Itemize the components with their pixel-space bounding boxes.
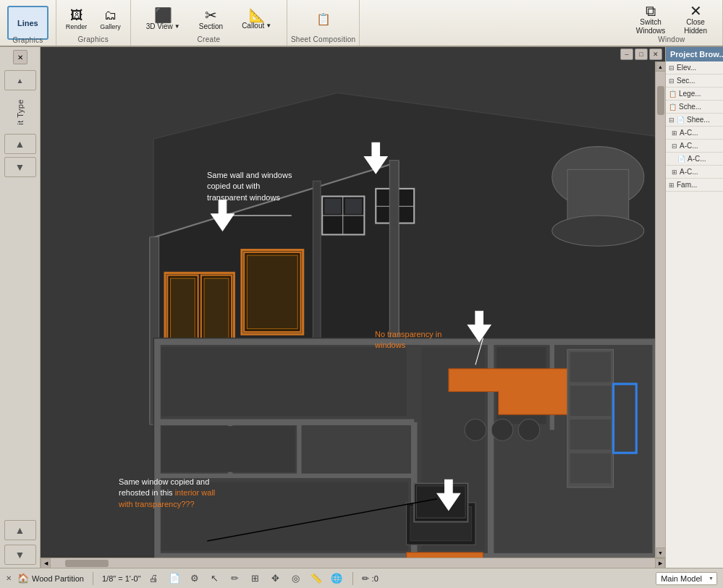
status-icon-edit[interactable]: ✏ (228, 571, 242, 586)
switch-windows-icon: ⧉ (646, 4, 656, 18)
status-divider-1 (93, 572, 93, 585)
annotation-2-text: No transparency in windows (375, 330, 441, 349)
scroll-right-button[interactable]: ▶ (655, 558, 665, 568)
project-browser-item-elev[interactable]: ⊟ Elev... (666, 61, 723, 74)
status-icon-file[interactable]: 📄 (167, 571, 182, 586)
status-model-dropdown[interactable]: Main Model (656, 572, 717, 585)
left-panel-up2-arrow[interactable]: ▲ (4, 134, 36, 154)
expand-fam-icon: ⊞ (669, 182, 675, 189)
scroll-down-button[interactable]: ▼ (656, 547, 666, 558)
expand-ac1-icon: ⊞ (672, 129, 677, 137)
project-browser-item-ac1[interactable]: ⊞ A-C... (666, 127, 723, 140)
left-panel-down-arrow[interactable]: ▼ (4, 157, 36, 177)
project-browser-item-ac4[interactable]: ⊞ A-C... (666, 166, 723, 179)
ribbon-group-label-graphics: Graphics (12, 36, 43, 44)
status-icon-cursor[interactable]: ↖ (208, 571, 222, 586)
fam-label: Fam... (677, 181, 697, 189)
project-browser-item-sec[interactable]: ⊟ Sec... (666, 74, 723, 88)
status-icon-measure[interactable]: 📏 (309, 571, 324, 586)
project-browser-item-ac3[interactable]: 📄 A-C... (666, 153, 723, 166)
sec-label: Sec... (677, 77, 695, 85)
ribbon-group-create: ⬛ 3D View ▼ ✂ Section 📐 Callout ▼ Create (131, 0, 287, 46)
ac3-icon: 📄 (677, 155, 685, 163)
gallery-icon: 🗂 (104, 9, 117, 22)
windows-group-label: Window (658, 35, 685, 43)
status-icon-snap[interactable]: ◎ (289, 571, 303, 586)
status-model-label: Main Model (661, 574, 702, 583)
lege-icon: 📋 (669, 90, 677, 98)
shee-icon: 📄 (677, 116, 685, 124)
horizontal-scrollbar[interactable]: ◀ ▶ (41, 558, 665, 568)
ac4-label: A-C... (680, 168, 698, 176)
scroll-left-button[interactable]: ◀ (41, 558, 51, 568)
switch-windows-label: SwitchWindows (636, 18, 666, 35)
sheet-comp-button[interactable]: 📋 (309, 9, 338, 29)
left-panel-up-arrow[interactable]: ▲ (4, 70, 36, 90)
3dview-label: 3D View ▼ (146, 22, 180, 30)
expand-sec-icon: ⊟ (669, 77, 675, 85)
close-hidden-button[interactable]: ✕ CloseHidden (676, 2, 715, 37)
gallery-button[interactable]: 🗂 Gallery (95, 6, 126, 33)
viewport-minimize-button[interactable]: – (620, 48, 633, 60)
annotation-1: Same wall and windows copied out with tr… (207, 170, 301, 203)
scroll-up-button[interactable]: ▲ (656, 61, 666, 72)
project-browser-item-sche[interactable]: 📋 Sche... (666, 101, 723, 114)
status-scale-section: 1/8" = 1'-0" (102, 574, 141, 583)
status-edit-section: ✏ :0 (362, 574, 379, 584)
family-close-button[interactable]: ✕ (6, 574, 12, 582)
status-icon-globe[interactable]: 🌐 (329, 571, 344, 586)
ribbon-group-windows: ⧉ SwitchWindows ✕ CloseHidden Window (621, 0, 723, 46)
elev-label: Elev... (677, 64, 696, 72)
main-area: ✕ ▲ it Type ▲ ▼ ▲ ▼ – □ ✕ (0, 47, 723, 568)
shee-label: Shee... (687, 116, 710, 124)
3dview-icon: ⬛ (154, 8, 172, 22)
svg-rect-43 (570, 385, 611, 416)
create-group-label: Create (198, 35, 221, 43)
status-edit-icon: ✏ (362, 574, 369, 584)
type-label: it Type (14, 96, 26, 128)
collapse-icon: ▲ (15, 524, 25, 536)
annotation-1-text: Same wall and windows copied out with tr… (207, 171, 292, 202)
down-arrow-icon: ▼ (15, 161, 25, 173)
ribbon-group-graphics: 🖼 Render 🗂 Gallery Graphics (56, 0, 131, 46)
3dview-button[interactable]: ⬛ 3D View ▼ (138, 2, 188, 37)
render-icon: 🖼 (70, 9, 83, 22)
ribbon-group-sheet: 📋 Sheet Composition (287, 0, 360, 46)
vertical-scrollbar[interactable]: ▲ ▼ (655, 61, 665, 558)
ribbon: Lines Graphics 🖼 Render 🗂 Gallery Graphi… (0, 0, 723, 47)
project-browser-item-lege[interactable]: 📋 Lege... (666, 88, 723, 101)
project-browser-item-shee[interactable]: ⊟ 📄 Shee... (666, 114, 723, 127)
status-family-section: ✕ 🏠 Wood Partition (6, 573, 84, 584)
left-panel-close-button[interactable]: ✕ (13, 50, 28, 64)
status-icon-settings[interactable]: ⚙ (187, 571, 202, 586)
status-icon-print[interactable]: 🖨 (147, 571, 161, 586)
ac3-label: A-C... (688, 155, 706, 163)
viewport-restore-button[interactable]: □ (635, 48, 648, 60)
section-button[interactable]: ✂ Section (191, 2, 231, 37)
switch-windows-button[interactable]: ⧉ SwitchWindows (628, 2, 674, 37)
render-button[interactable]: 🖼 Render (61, 6, 93, 33)
status-family-label: Wood Partition (32, 574, 84, 583)
callout-button[interactable]: 📐 Callout ▼ (234, 2, 279, 37)
lines-button[interactable]: Lines (7, 6, 48, 40)
vertical-scroll-thumb[interactable] (657, 86, 664, 115)
svg-rect-44 (570, 419, 611, 450)
svg-rect-18 (324, 199, 341, 214)
left-panel-collapse[interactable]: ▲ (4, 520, 36, 540)
status-icon-move[interactable]: ✥ (269, 571, 283, 586)
status-edit-count: :0 (372, 574, 379, 583)
horizontal-scroll-thumb[interactable] (65, 560, 109, 567)
svg-rect-45 (570, 453, 611, 483)
svg-rect-25 (313, 181, 321, 341)
viewport-close-button[interactable]: ✕ (649, 48, 662, 60)
expand-elev-icon: ⊟ (669, 64, 675, 72)
left-panel-arrow-down2[interactable]: ▼ (4, 545, 36, 565)
status-icon-grid[interactable]: ⊞ (248, 571, 263, 586)
windows-items: ⧉ SwitchWindows ✕ CloseHidden (628, 2, 715, 37)
project-browser-item-ac2[interactable]: ⊟ A-C... (666, 140, 723, 153)
svg-rect-24 (389, 161, 399, 348)
project-browser-item-fam[interactable]: ⊞ Fam... (666, 179, 723, 192)
up-arrow-icon: ▲ (17, 77, 24, 85)
status-family-icon: 🏠 (17, 573, 29, 584)
svg-rect-36 (161, 426, 295, 472)
